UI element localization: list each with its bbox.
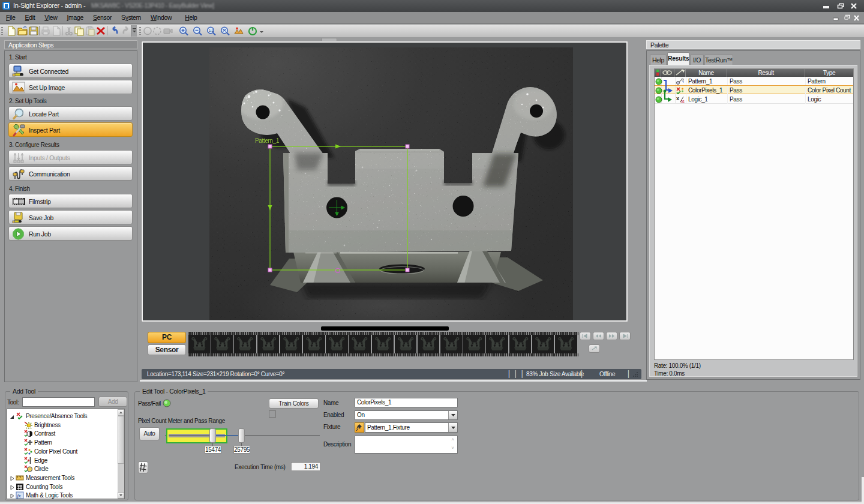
svg-text:fx: fx [17, 493, 21, 499]
svg-text:Pattern_1: Pattern_1 [255, 137, 280, 144]
svg-text:.01: .01 [680, 100, 685, 104]
svg-text:x: x [676, 95, 679, 101]
svg-text:1:1: 1:1 [209, 29, 214, 32]
